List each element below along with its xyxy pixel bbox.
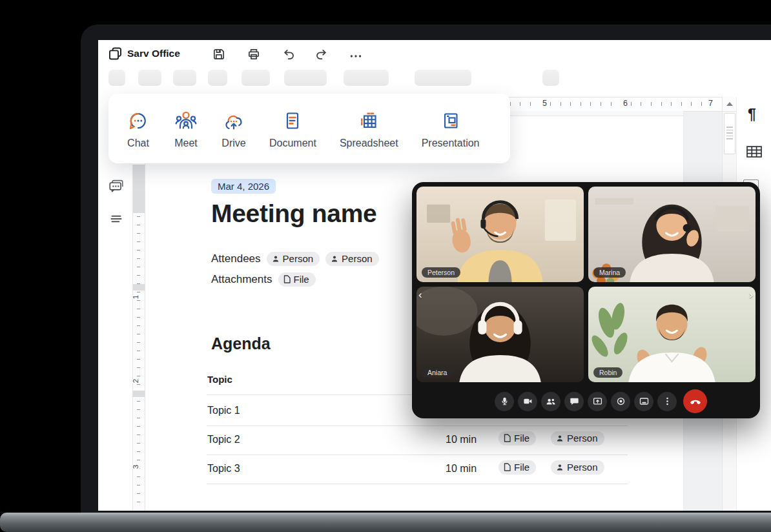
file-chip[interactable]: File — [278, 272, 316, 287]
doc-title: Meeting name — [211, 200, 376, 228]
table-divider — [207, 425, 628, 426]
table-row-duration: 10 min — [446, 463, 477, 475]
table-icon[interactable] — [746, 145, 763, 159]
person-chip[interactable]: Person — [551, 431, 604, 445]
ruler-band — [133, 284, 145, 291]
person-icon — [556, 435, 564, 442]
call-controls-bar — [412, 389, 760, 413]
person-chip[interactable]: Person — [551, 460, 604, 475]
table-row-topic: Topic 1 — [207, 405, 240, 416]
video-call-panel: Peterson Marina — [412, 182, 760, 418]
participants-icon — [546, 396, 556, 407]
more-options-icon[interactable] — [349, 49, 363, 63]
next-participants-icon[interactable]: › — [749, 291, 753, 300]
person-chip-label: Person — [567, 433, 598, 444]
chat-button[interactable] — [564, 392, 584, 411]
launcher-label: Chat — [127, 138, 149, 149]
microphone-button[interactable] — [495, 392, 514, 411]
launcher-item-document[interactable]: Document — [269, 108, 316, 163]
ruler-margin-shade — [133, 165, 145, 213]
person-icon — [331, 255, 338, 263]
menu-pill — [138, 70, 161, 86]
participant-video-peterson[interactable]: Peterson — [416, 187, 584, 282]
scrollbar-thumb[interactable] — [724, 113, 735, 154]
chat-icon — [570, 396, 579, 406]
record-button[interactable] — [611, 392, 630, 411]
captions-icon — [639, 396, 649, 406]
ruler-band — [133, 391, 145, 397]
table-header-topic: Topic — [207, 374, 232, 385]
ruler-number: 2 — [132, 379, 139, 383]
participant-name-tag: Peterson — [422, 267, 460, 278]
microphone-icon — [500, 396, 509, 406]
captions-button[interactable] — [634, 392, 653, 411]
attachments-row: Attachments File — [211, 272, 316, 287]
participant-name-tag: Robin — [593, 367, 622, 378]
menu-pill — [208, 70, 227, 86]
file-icon — [283, 275, 291, 283]
participant-video-robin[interactable]: Robin — [588, 287, 756, 382]
document-icon — [280, 108, 305, 133]
file-icon — [504, 434, 511, 442]
scroll-up-button[interactable] — [723, 97, 737, 112]
undo-icon[interactable] — [282, 47, 296, 61]
attendees-label: Attendees — [211, 252, 261, 265]
app-launcher-card: Chat Meet — [108, 94, 510, 163]
menu-pill — [284, 70, 327, 86]
camera-button[interactable] — [518, 392, 537, 411]
ruler-number: 5 — [540, 99, 550, 108]
person-chip[interactable]: Person — [267, 252, 320, 266]
table-row-duration: 10 min — [446, 434, 477, 445]
vertical-ruler: 1 2 3 — [132, 165, 145, 511]
date-badge[interactable]: Mar 4, 2026 — [211, 179, 276, 194]
launcher-label: Document — [269, 138, 316, 149]
table-row-topic: Topic 2 — [207, 434, 240, 445]
end-call-button[interactable] — [683, 389, 707, 413]
formatting-marks-icon[interactable]: ¶ — [748, 106, 756, 123]
drive-icon — [221, 108, 246, 133]
file-icon — [504, 463, 511, 471]
launcher-item-chat[interactable]: Chat — [126, 108, 150, 163]
menu-pill — [542, 70, 559, 86]
person-chip-label: Person — [283, 253, 314, 264]
titlebar: Sarv Office — [98, 40, 771, 68]
laptop-screen: Sarv Office — [98, 40, 771, 511]
meet-icon — [174, 108, 198, 133]
outline-icon[interactable] — [108, 210, 125, 227]
file-chip[interactable]: File — [499, 460, 536, 475]
file-chip-label: File — [514, 433, 529, 444]
launcher-item-spreadsheet[interactable]: Spreadsheet — [340, 108, 398, 163]
more-controls-button[interactable] — [657, 392, 677, 411]
record-icon — [616, 396, 626, 406]
person-chip-label: Person — [342, 253, 373, 264]
participant-name-tag: Marina — [593, 267, 626, 278]
launcher-item-meet[interactable]: Meet — [174, 108, 198, 163]
table-row-topic: Topic 3 — [207, 463, 240, 475]
launcher-item-drive[interactable]: Drive — [221, 108, 246, 163]
participant-video-aniara[interactable]: Aniara — [416, 287, 584, 382]
agenda-heading: Agenda — [211, 334, 271, 353]
file-chip-label: File — [294, 274, 309, 285]
screen-share-button[interactable] — [588, 392, 607, 411]
redo-icon[interactable] — [314, 47, 329, 61]
save-icon[interactable] — [212, 47, 226, 61]
comments-icon[interactable] — [108, 178, 125, 195]
previous-participants-icon[interactable]: ‹ — [418, 291, 422, 300]
ruler-number: 7 — [706, 99, 715, 108]
launcher-label: Meet — [174, 138, 198, 149]
participants-button[interactable] — [541, 392, 560, 411]
participant-video-marina[interactable]: Marina — [588, 187, 756, 282]
table-divider — [207, 455, 628, 455]
end-call-icon — [690, 396, 701, 407]
person-chip[interactable]: Person — [325, 252, 379, 266]
ruler-number: 1 — [132, 295, 139, 299]
file-chip[interactable]: File — [499, 431, 536, 445]
up-arrow-icon — [726, 102, 733, 106]
print-icon[interactable] — [247, 47, 261, 61]
presentation-icon — [438, 108, 463, 133]
launcher-item-presentation[interactable]: Presentation — [422, 108, 480, 163]
laptop-base — [0, 513, 771, 532]
chat-icon — [126, 108, 150, 133]
person-icon — [556, 464, 564, 471]
ruler-number: 3 — [132, 465, 139, 469]
